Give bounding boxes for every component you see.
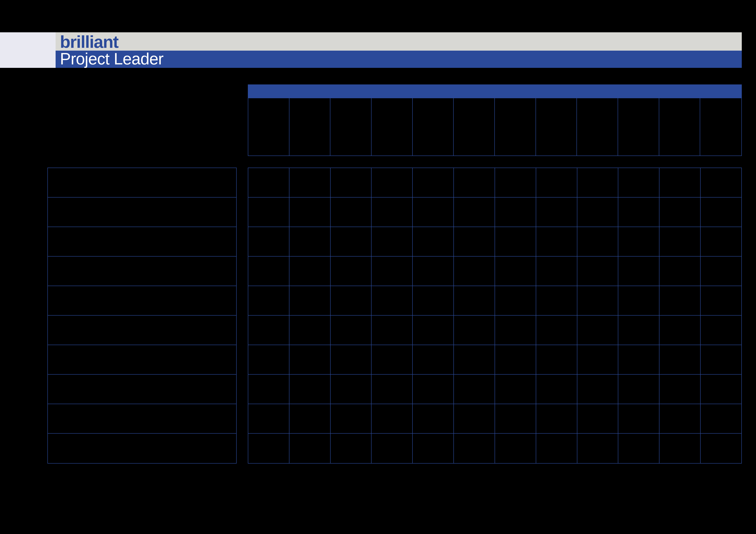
grid-cell (454, 227, 495, 256)
grid-cell (618, 227, 660, 256)
grid-cell (577, 434, 618, 463)
grid-cell (495, 227, 536, 256)
grid-cell (577, 257, 618, 286)
column-header-cell (700, 98, 741, 156)
row-label (48, 434, 236, 463)
table-row (248, 345, 742, 375)
grid-cell (454, 197, 495, 227)
grid-cell (618, 257, 660, 286)
grid-cell (618, 316, 660, 345)
grid-cell (618, 375, 660, 404)
grid-cell (618, 434, 660, 463)
column-header-cell (371, 98, 413, 156)
grid-cell (660, 404, 701, 433)
grid-cell (331, 434, 372, 463)
grid-cell (660, 286, 701, 315)
column-header-cell (495, 98, 536, 156)
grid-cell (454, 286, 495, 315)
grid-cell (701, 434, 742, 463)
grid-cell (289, 197, 331, 227)
row-label (48, 286, 236, 316)
grid-cell (331, 168, 372, 197)
grid-cell (413, 168, 454, 197)
grid-cell (413, 404, 454, 433)
grid-cell (618, 197, 660, 227)
grid-cell (248, 316, 289, 345)
grid-cell (248, 257, 289, 286)
grid-cell (413, 227, 454, 256)
grid-cell (371, 404, 413, 433)
grid-cell (454, 375, 495, 404)
grid-cell (495, 168, 536, 197)
grid-cell (495, 316, 536, 345)
grid-cell (413, 286, 454, 315)
grid-cell (701, 375, 742, 404)
grid-cell (495, 404, 536, 433)
grid-cell (248, 286, 289, 315)
grid-cell (660, 227, 701, 256)
grid-cell (289, 375, 331, 404)
grid-cell (454, 434, 495, 463)
grid-cell (618, 345, 660, 374)
row-label (48, 345, 236, 375)
brand-title: brilliant (60, 33, 118, 51)
grid-cell (495, 434, 536, 463)
subtitle-text: Project Leader (60, 51, 163, 67)
row-label (48, 227, 236, 257)
grid-cell (248, 434, 289, 463)
grid-cell (413, 375, 454, 404)
table-row (248, 286, 742, 316)
grid-cell (371, 316, 413, 345)
grid-cell (331, 316, 372, 345)
grid-cell (536, 404, 577, 433)
grid-cell (660, 434, 701, 463)
grid-cell (701, 316, 742, 345)
grid-cell (536, 168, 577, 197)
left-stripe (0, 32, 56, 68)
grid-cell (536, 286, 577, 315)
grid-cell (536, 227, 577, 256)
data-grid (248, 167, 742, 464)
subtitle-row: Project Leader (56, 51, 742, 68)
grid-cell (454, 257, 495, 286)
grid-cell (371, 286, 413, 315)
column-header-cell (330, 98, 371, 156)
row-label (48, 316, 236, 345)
top-bar (0, 0, 756, 32)
grid-cell (413, 257, 454, 286)
grid-cell (331, 227, 372, 256)
grid-cell (289, 168, 331, 197)
grid-cell (248, 404, 289, 433)
column-header-cell (577, 98, 618, 156)
grid-cell (577, 316, 618, 345)
grid-cell (660, 375, 701, 404)
grid-cell (577, 286, 618, 315)
grid-cell (701, 197, 742, 227)
grid-cell (660, 197, 701, 227)
grid-cell (495, 375, 536, 404)
grid-cell (248, 168, 289, 197)
grid-cell (331, 257, 372, 286)
grid-cell (701, 168, 742, 197)
row-label (48, 257, 236, 286)
grid-cell (701, 286, 742, 315)
grid-cell (289, 434, 331, 463)
grid-cell (701, 345, 742, 374)
grid-cell (289, 227, 331, 256)
grid-cell (701, 257, 742, 286)
grid-cell (289, 316, 331, 345)
grid-cell (248, 197, 289, 227)
column-header-cell (413, 98, 454, 156)
grid-cell (454, 345, 495, 374)
row-label (48, 404, 236, 434)
grid-cell (371, 434, 413, 463)
column-header-cell (248, 98, 289, 156)
grid-cell (413, 197, 454, 227)
grid-cell (495, 197, 536, 227)
grid-cell (248, 375, 289, 404)
grid-cell (618, 168, 660, 197)
grid-cell (289, 404, 331, 433)
grid-cell (495, 286, 536, 315)
grid-cell (536, 257, 577, 286)
grid-cell (248, 345, 289, 374)
